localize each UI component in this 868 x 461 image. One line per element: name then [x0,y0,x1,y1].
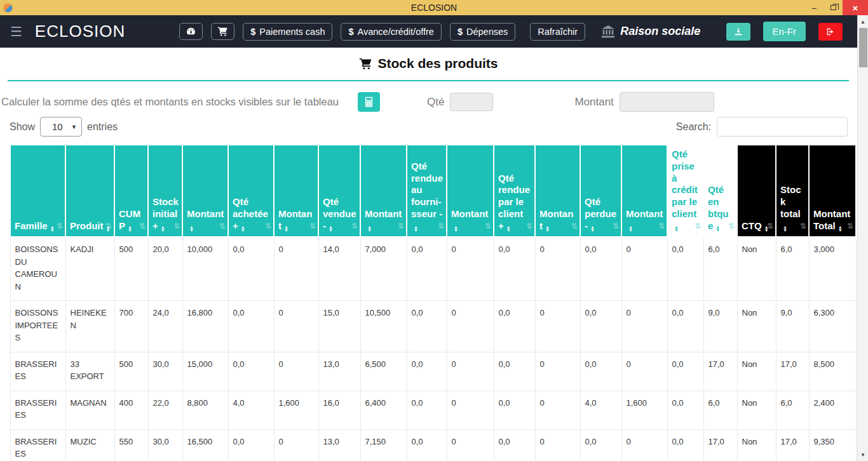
table-cell: KADJI [65,237,114,301]
table-cell: 0,0 [667,237,703,301]
column-header[interactable]: Qté rendue par le client +▲▼⇅ [494,145,535,237]
table-cell: 500 [114,352,148,391]
paiements-cash-button[interactable]: $ Paiements cash [243,23,332,41]
column-header[interactable]: Qté prise à crédit par le client▲▼⇅ [667,145,703,237]
cart-icon [359,57,372,70]
table-cell: 0 [535,301,580,352]
sort-icon: ▲▼ [545,225,550,232]
sort-icon: ▲▼ [367,225,372,232]
sort-icon: ▲▼ [284,225,288,232]
column-header[interactable]: Montant▲▼⇅ [274,145,318,237]
table-cell: 0 [274,352,318,391]
dashboard-button[interactable] [179,23,203,40]
column-header[interactable]: Qté perdue -▲▼⇅ [580,145,621,237]
column-header[interactable]: Stock initial +▲▼⇅ [148,145,182,237]
restore-button[interactable] [824,0,843,15]
column-header-label: Qté prise à crédit par le client [672,149,698,219]
scroll-down-icon[interactable]: ▼ [858,450,868,460]
sort-ghost-icon: ⇅ [105,222,112,231]
column-header[interactable]: Montant▲▼⇅ [447,145,494,237]
language-toggle-button[interactable]: En-Fr [763,22,806,41]
minimize-button[interactable]: – [804,0,824,15]
table-cell: 6,500 [360,352,407,391]
table-cell: 0,0 [228,429,274,461]
table-cell: 0 [447,429,494,461]
scroll-up-icon[interactable]: ▲ [858,17,868,27]
vertical-scrollbar[interactable]: ▲ ▼ [857,15,868,461]
main-content: Stock des produits Calculer la somme des… [0,56,857,461]
column-header-label: Produit [70,220,104,231]
calculate-button[interactable] [358,92,380,112]
hamburger-menu-icon[interactable]: ☰ [10,24,22,39]
column-header[interactable]: CTQ▲▼⇅ [737,145,776,237]
table-cell: 16,0 [318,391,360,429]
table-cell: 0,0 [494,301,535,352]
table-cell: 0,0 [228,301,274,352]
sort-icon: ▲▼ [838,225,843,232]
column-header[interactable]: Montant▲▼⇅ [182,145,228,237]
table-cell: 9,0 [703,301,737,352]
rafraichir-label: Rafraîchir [538,27,578,37]
table-cell: 30,0 [148,429,182,461]
cart-icon [217,26,228,37]
column-header[interactable]: CUMP▲▼⇅ [114,145,148,237]
montant-input[interactable] [620,92,714,112]
table-cell: BRASSERIES [10,429,65,461]
column-header-label: Montant Total [813,208,850,231]
table-cell: 0,0 [407,352,447,391]
column-header[interactable]: Qté rendue au fourni-sseur -▲▼⇅ [407,145,447,237]
calc-label: Calculer la somme des qtés et montants e… [1,96,339,108]
table-cell: 3,000 [809,237,856,301]
sort-ghost-icon: ⇅ [173,222,180,231]
table-cell: MUZIC [65,429,114,461]
column-header[interactable]: Stock total▲▼⇅ [776,145,809,237]
sort-ghost-icon: ⇅ [613,222,619,231]
column-header[interactable]: Qté achetée +▲▼⇅ [228,145,274,237]
table-cell: 0 [621,237,667,301]
rafraichir-button[interactable]: Rafraîchir [530,23,585,41]
table-cell: MAGNAN [65,391,114,429]
table-cell: 10,000 [182,237,228,301]
close-button[interactable]: × [843,0,868,15]
depenses-button[interactable]: $ Dépenses [450,23,515,41]
table-cell: 13,0 [318,429,360,461]
table-cell: 0,0 [228,352,274,391]
column-header[interactable]: Qté en btque▲▼⇅ [703,145,737,237]
sort-icon: ▲▼ [414,225,418,232]
column-header[interactable]: Produit▲▼⇅ [65,145,114,237]
column-header[interactable]: Montant▲▼⇅ [535,145,580,237]
table-header-row: Famille▲▼⇅Produit▲▼⇅CUMP▲▼⇅Stock initial… [10,145,856,237]
table-cell: Non [737,391,776,429]
search-input[interactable] [717,117,848,137]
table-cell: 0 [447,352,494,391]
column-header[interactable]: Famille▲▼⇅ [10,145,65,237]
scrollbar-thumb[interactable] [859,28,867,67]
column-header-label: Qté en btque [708,184,728,230]
cart-button[interactable] [211,23,234,40]
qte-input[interactable] [450,93,493,111]
table-cell: 14,0 [318,237,360,301]
table-cell: 0,0 [667,301,703,352]
table-cell: 20,0 [148,237,182,301]
column-header-label: Montant [451,208,488,219]
sort-ghost-icon: ⇅ [695,222,701,231]
table-cell: 17,0 [776,352,809,391]
column-header-label: CTQ [742,220,762,231]
table-cell: 0,0 [667,352,703,391]
table-cell: Non [737,429,776,461]
table-cell: Non [737,352,776,391]
column-header[interactable]: Montant▲▼⇅ [621,145,667,237]
table-cell: 0 [447,237,494,301]
sort-ghost-icon: ⇅ [265,222,271,231]
avance-credit-button[interactable]: $ Avance/crédit/offre [341,23,441,41]
raison-sociale-label: Raison sociale [620,25,700,38]
logout-button[interactable] [818,23,843,41]
column-header[interactable]: Qté vendue -▲▼⇅ [318,145,360,237]
table-cell: 6,0 [776,391,809,429]
download-button[interactable] [726,23,750,41]
table-cell: 0 [535,237,580,301]
column-header[interactable]: Montant▲▼⇅ [360,145,407,237]
column-header[interactable]: Montant Total▲▼⇅ [809,145,856,237]
table-cell: BOISSONS DU CAMEROUN [10,237,65,301]
page-size-select[interactable]: 10 ▼ [40,117,82,137]
